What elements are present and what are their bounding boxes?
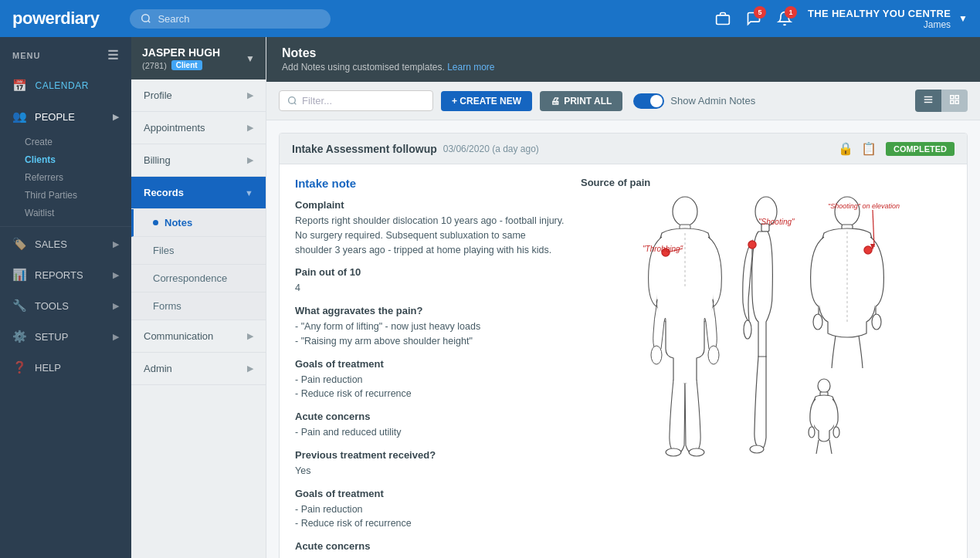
records-arrow-icon: ▼	[245, 188, 253, 198]
profile-arrow-icon: ▶	[247, 90, 253, 100]
client-nav-communication[interactable]: Communication ▶	[131, 320, 266, 353]
learn-more-link[interactable]: Learn more	[447, 62, 494, 73]
logo-bold: diary	[60, 8, 99, 28]
main-layout: MENU ☰ 📅 CALENDAR 👥 PEOPLE ▶ Create Clie…	[0, 37, 980, 558]
svg-rect-8	[951, 96, 954, 99]
client-sub-correspondence[interactable]: Correspondence	[131, 265, 266, 293]
client-nav-profile[interactable]: Profile ▶	[131, 79, 266, 112]
show-admin-toggle-area: Show Admin Notes	[633, 93, 755, 109]
body-diagram-small	[805, 378, 890, 455]
complaint-body: Reports right shoulder dislocation 10 ye…	[295, 214, 565, 257]
sidebar: MENU ☰ 📅 CALENDAR 👥 PEOPLE ▶ Create Clie…	[0, 37, 131, 558]
chat-badge: 5	[754, 6, 766, 19]
back-body-svg	[805, 194, 890, 372]
small-figure-svg	[805, 378, 843, 455]
create-new-label: + CREATE NEW	[452, 96, 521, 107]
svg-rect-10	[951, 100, 954, 103]
client-nav-admin[interactable]: Admin ▶	[131, 353, 266, 385]
note-card: Intake Assessment followup 03/06/2020 (a…	[279, 133, 968, 558]
svg-point-34	[818, 379, 830, 393]
svg-point-36	[809, 427, 815, 438]
client-nav-records[interactable]: Records ▼	[131, 177, 266, 209]
pain-heading: Pain out of 10	[295, 266, 565, 278]
sales-icon: 🏷️	[12, 237, 27, 251]
front-body-svg	[643, 194, 727, 457]
sidebar-item-create[interactable]: Create	[0, 132, 131, 150]
sidebar-item-people[interactable]: 👥 PEOPLE ▶	[0, 101, 131, 132]
source-of-pain-title: Source of pain	[581, 177, 951, 188]
section-aggravates: What aggravates the pain? - "Any form of…	[295, 305, 565, 349]
goals2-heading: Goals of treatment	[295, 488, 565, 499]
copy-icon[interactable]: 📋	[861, 141, 877, 156]
svg-point-0	[142, 15, 149, 22]
body-diagram-front: "Throbbing"	[643, 194, 727, 457]
print-icon: 🖨	[551, 96, 560, 107]
note-right: Source of pain	[581, 177, 951, 558]
sidebar-item-setup[interactable]: ⚙️ SETUP ▶	[0, 321, 131, 352]
search-bar[interactable]: Search	[130, 9, 331, 29]
notes-sub-label: Notes	[164, 217, 192, 228]
client-name: JASPER HUGH	[142, 46, 220, 59]
filter-input[interactable]: Filter...	[279, 90, 433, 111]
note-card-header: Intake Assessment followup 03/06/2020 (a…	[280, 134, 967, 164]
complaint-heading: Complaint	[295, 199, 565, 211]
view-toggle	[915, 90, 968, 112]
intake-title: Intake note	[295, 177, 565, 190]
search-placeholder: Search	[158, 13, 189, 25]
create-new-button[interactable]: + CREATE NEW	[441, 91, 532, 111]
app-logo[interactable]: powerdiary	[12, 8, 99, 29]
shooting-elevation-annotation: "Shooting" on elevation	[828, 202, 900, 210]
section-pain: Pain out of 10 4	[295, 266, 565, 296]
svg-point-26	[835, 197, 860, 226]
files-sub-label: Files	[153, 245, 174, 256]
client-header[interactable]: JASPER HUGH (2781) Client ▼	[131, 37, 266, 79]
sidebar-item-reports[interactable]: 📊 REPORTS ▶	[0, 259, 131, 290]
hamburger-icon[interactable]: ☰	[107, 48, 119, 63]
client-nav-billing[interactable]: Billing ▶	[131, 144, 266, 177]
svg-point-12	[673, 197, 697, 226]
top-nav: powerdiary Search 5 1 THE HEALTHY YOU CE…	[0, 0, 980, 37]
sidebar-help-label: HELP	[35, 362, 119, 374]
sidebar-item-calendar[interactable]: 📅 CALENDAR	[0, 70, 131, 101]
svg-point-15	[708, 346, 719, 364]
show-admin-label: Show Admin Notes	[670, 95, 755, 107]
chat-button[interactable]: 5	[740, 5, 768, 32]
pain-body: 4	[295, 281, 565, 296]
body-diagrams: "Throbbing"	[581, 194, 951, 457]
sidebar-reports-label: REPORTS	[35, 269, 113, 281]
sidebar-item-sales[interactable]: 🏷️ SALES ▶	[0, 228, 131, 259]
sidebar-item-referrers[interactable]: Referrers	[0, 167, 131, 185]
clinic-selector[interactable]: THE HEALTHY YOU CENTRE James	[808, 8, 951, 30]
previous-heading: Previous treatment received?	[295, 449, 565, 461]
client-sub-files[interactable]: Files	[131, 237, 266, 265]
billing-label: Billing	[144, 154, 171, 166]
notification-button[interactable]: 1	[771, 5, 799, 32]
reports-arrow-icon: ▶	[113, 270, 119, 280]
svg-point-17	[689, 448, 704, 456]
sidebar-item-clients[interactable]: Clients	[0, 150, 131, 167]
appointments-label: Appointments	[144, 122, 205, 134]
note-left: Intake note Complaint Reports right shou…	[295, 177, 565, 558]
svg-rect-11	[955, 100, 958, 103]
svg-rect-9	[955, 96, 958, 99]
sidebar-item-waitlist[interactable]: Waitlist	[0, 203, 131, 225]
client-sub-forms[interactable]: Forms	[131, 293, 266, 320]
records-sub-items: Notes Files Correspondence Forms	[131, 209, 266, 320]
grid-view-button[interactable]	[941, 90, 968, 112]
sidebar-item-help[interactable]: ❓ HELP	[0, 352, 131, 383]
client-nav-appointments[interactable]: Appointments ▶	[131, 112, 266, 144]
client-info: JASPER HUGH (2781) Client	[142, 46, 220, 70]
shooting-annotation: "Shooting"	[758, 218, 795, 226]
sidebar-item-third-parties[interactable]: Third Parties	[0, 185, 131, 203]
show-admin-toggle[interactable]	[633, 93, 664, 109]
svg-line-4	[294, 103, 296, 104]
client-sub-notes[interactable]: Notes	[131, 209, 266, 237]
briefcase-button[interactable]	[709, 5, 737, 32]
lock-icon[interactable]: 🔒	[838, 141, 853, 156]
print-all-button[interactable]: 🖨 PRINT ALL	[540, 91, 622, 111]
bell-badge: 1	[785, 6, 797, 19]
note-date: 03/06/2020 (a day ago)	[443, 144, 539, 154]
sidebar-item-tools[interactable]: 🔧 TOOLS ▶	[0, 290, 131, 321]
notes-body: Intake Assessment followup 03/06/2020 (a…	[266, 120, 980, 558]
list-view-button[interactable]	[915, 90, 941, 112]
